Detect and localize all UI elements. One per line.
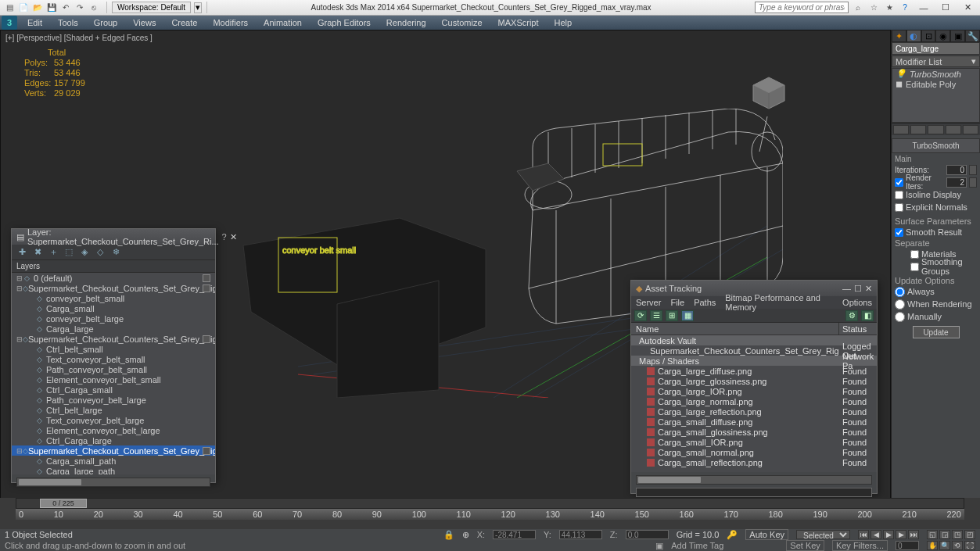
lock-icon[interactable]: 🔒 — [443, 530, 454, 540]
save-icon[interactable]: 💾 — [45, 2, 58, 14]
fav-icon[interactable]: ★ — [883, 2, 896, 14]
asset-row[interactable]: Carga_large_reflection.pngFound — [631, 406, 877, 417]
layer-row[interactable]: ◇Carga_large_path — [12, 466, 215, 474]
prev-frame-icon[interactable]: ◀ — [871, 530, 881, 539]
snap-icon[interactable]: ⊕ — [462, 530, 469, 540]
asset-row[interactable]: Carga_large_normal.pngFound — [631, 396, 877, 406]
asset-row[interactable]: Carga_small_diffuse.pngFound — [631, 417, 877, 427]
spinner-icon[interactable] — [969, 165, 977, 175]
pin-stack-button[interactable] — [893, 125, 909, 134]
col-status[interactable]: Status — [839, 323, 877, 335]
layer-row[interactable]: ◇Path_conveyor_belt_large — [12, 395, 215, 405]
tab-motion[interactable]: ◉ — [935, 30, 950, 42]
menu-views[interactable]: Views — [125, 16, 163, 29]
x-input[interactable] — [493, 530, 536, 539]
time-tag-icon[interactable]: ▣ — [655, 541, 663, 551]
asset-header[interactable]: Name Status — [631, 323, 877, 335]
col-name[interactable]: Name — [631, 323, 839, 335]
layer-row[interactable]: ◇Text_conveyor_belt_large — [12, 415, 215, 425]
hl-sel-icon[interactable]: ◈ — [79, 247, 90, 258]
asset-scrollbar-h[interactable] — [636, 475, 872, 485]
render-iters-checkbox[interactable] — [895, 178, 903, 187]
setkey-button[interactable]: Set Key — [786, 540, 824, 551]
next-frame-icon[interactable]: ▶ — [896, 530, 906, 539]
tab-display[interactable]: ▣ — [950, 30, 965, 42]
keyfilters-button[interactable]: Key Filters... — [832, 540, 888, 551]
layer-row[interactable]: ⊟◇Supermarket_Checkout_Counters_Set_Grey… — [12, 445, 215, 456]
tree-icon[interactable]: ⊞ — [666, 310, 678, 321]
menu-customize[interactable]: Customize — [434, 16, 490, 29]
close-icon[interactable]: ✕ — [230, 232, 237, 242]
menu-rendering[interactable]: Rendering — [379, 16, 434, 29]
smoothing-groups-checkbox[interactable] — [910, 263, 919, 271]
time-handle[interactable]: 0 / 225 — [40, 499, 87, 508]
smooth-result-checkbox[interactable] — [895, 228, 903, 237]
delete-layer-icon[interactable]: ✖ — [32, 247, 43, 258]
key-icon[interactable]: 🔑 — [727, 530, 738, 540]
link-icon[interactable]: ⎋ — [88, 2, 100, 14]
play-icon[interactable]: ▶ — [883, 530, 894, 539]
time-slider[interactable]: 0 / 225 — [16, 498, 964, 509]
close-icon[interactable]: ✕ — [865, 284, 872, 294]
undo-icon[interactable]: ↶ — [59, 2, 72, 14]
goto-end-icon[interactable]: ⏭ — [908, 530, 919, 539]
modifier-list-dropdown[interactable]: Modifier List▾ — [892, 55, 980, 67]
tab-modify[interactable]: ◐ — [906, 30, 921, 42]
time-ruler[interactable]: 0102030405060708090100110120130140150160… — [16, 509, 964, 520]
help-icon[interactable]: ? — [222, 232, 227, 242]
menu-create[interactable]: Create — [163, 16, 205, 29]
layer-dialog[interactable]: ▤ Layer: Supermarket_Checkout_Counters_S… — [11, 228, 216, 483]
layer-row[interactable]: ⊟◇Supermarket_Checkout_Counters_Set_Grey… — [12, 283, 215, 293]
key-mode-dropdown[interactable]: Selected — [796, 530, 850, 539]
hide-icon[interactable]: ◇ — [95, 247, 106, 258]
new-icon[interactable]: 📄 — [17, 2, 30, 14]
manually-radio[interactable] — [895, 312, 905, 322]
always-radio[interactable] — [895, 287, 905, 297]
max-viewport-icon[interactable]: ⛶ — [964, 541, 975, 550]
iterations-input[interactable] — [946, 165, 967, 175]
tab-hierarchy[interactable]: ⊡ — [921, 30, 936, 42]
settings-icon[interactable]: ⚙ — [845, 310, 858, 321]
tab-utilities[interactable]: 🔧 — [965, 30, 980, 42]
current-frame-input[interactable] — [896, 541, 919, 550]
asset-menu-server[interactable]: Server — [636, 298, 661, 307]
opts-icon[interactable]: ◧ — [861, 310, 874, 321]
chevron-down-icon[interactable]: ▾ — [194, 2, 202, 13]
add-time-tag[interactable]: Add Time Tag — [671, 541, 723, 550]
tab-create[interactable]: ✦ — [892, 30, 906, 42]
asset-row[interactable]: Carga_small_glossiness.pngFound — [631, 427, 877, 437]
autokey-button[interactable]: Auto Key — [745, 529, 788, 540]
menu-maxscript[interactable]: MAXScript — [490, 16, 547, 29]
spinner-icon[interactable] — [969, 177, 977, 188]
refresh-icon[interactable]: ⟳ — [634, 310, 647, 321]
z-input[interactable] — [626, 530, 669, 539]
search-input[interactable] — [755, 2, 849, 13]
menu-help[interactable]: Help — [547, 16, 580, 29]
new-layer-icon[interactable]: ✚ — [16, 247, 27, 258]
render-iters-input[interactable] — [946, 177, 967, 188]
layer-row[interactable]: ◇Text_conveyor_belt_small — [12, 354, 215, 364]
menu-modifiers[interactable]: Modifiers — [205, 16, 256, 29]
add-sel-icon[interactable]: ＋ — [48, 247, 59, 258]
asset-menu-file[interactable]: File — [670, 298, 684, 307]
layer-row[interactable]: ◇Carga_small — [12, 303, 215, 313]
infocenter-icon[interactable]: ⌕ — [852, 2, 864, 14]
asset-list[interactable]: Autodesk VaultSupermarket_Checkout_Count… — [631, 335, 877, 472]
menu-edit[interactable]: Edit — [20, 16, 50, 29]
layer-row[interactable]: ◇Element_conveyor_belt_small — [12, 374, 215, 385]
layer-row[interactable]: ⊟◇Supermarket_Checkout_Counters_Set_Grey… — [12, 334, 215, 344]
workspace-selector[interactable]: Workspace: Default ▾ — [106, 2, 207, 13]
maximize-icon[interactable]: ☐ — [854, 284, 862, 294]
layer-row[interactable]: ◇Ctrl_Carga_small — [12, 385, 215, 395]
menu-graph-editors[interactable]: Graph Editors — [310, 16, 379, 29]
freeze-icon[interactable]: ❄ — [110, 247, 121, 258]
y-input[interactable] — [559, 530, 602, 539]
minimize-icon[interactable]: — — [842, 284, 851, 293]
asset-path-field[interactable] — [636, 488, 872, 497]
asset-menu-options[interactable]: Options — [842, 298, 872, 307]
zoom-icon[interactable]: 🔍 — [939, 541, 950, 550]
layer-row[interactable]: ⊟◇0 (default) — [12, 273, 215, 283]
update-button[interactable]: Update — [913, 326, 960, 338]
viewcube[interactable] — [749, 73, 788, 113]
orbit-icon[interactable]: ⟲ — [952, 541, 963, 550]
